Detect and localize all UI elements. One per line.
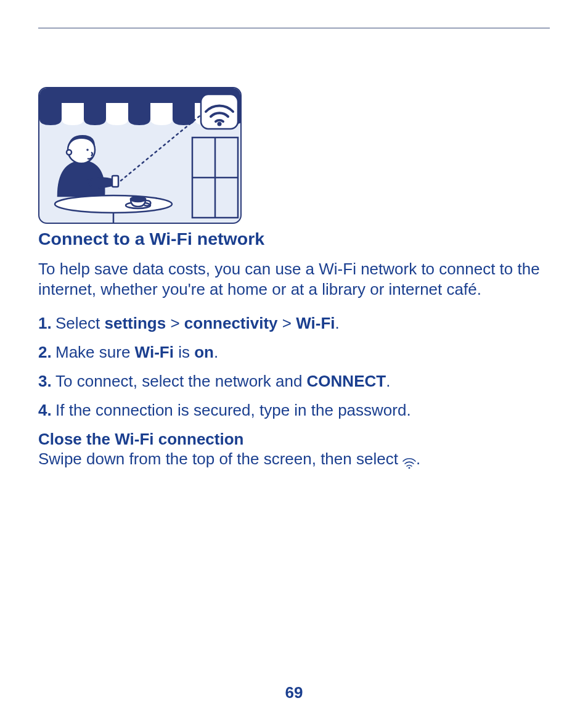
svg-rect-10 <box>112 176 118 187</box>
sub-heading: Close the Wi-Fi connection <box>38 430 550 449</box>
step-4: 4. If the connection is secured, type in… <box>38 401 550 420</box>
top-divider <box>38 28 550 28</box>
svg-point-8 <box>67 150 71 155</box>
step-3: 3. To connect, select the network and CO… <box>38 372 550 391</box>
step-text: If the connection is secured, type in th… <box>55 401 411 420</box>
svg-point-5 <box>218 122 222 126</box>
svg-line-6 <box>121 116 200 181</box>
svg-point-11 <box>55 195 172 213</box>
step-2: 2. Make sure Wi-Fi is on. <box>38 343 550 362</box>
steps-list: 1. Select settings > connectivity > Wi-F… <box>38 314 550 420</box>
step-text: Make sure Wi-Fi is on. <box>55 343 218 362</box>
svg-point-9 <box>86 149 89 151</box>
step-number: 1. <box>38 314 55 333</box>
step-text: Select settings > connectivity > Wi-Fi. <box>55 314 340 333</box>
svg-point-14 <box>131 197 145 202</box>
step-number: 3. <box>38 372 55 391</box>
wifi-icon <box>201 94 238 129</box>
section-heading: Connect to a Wi-Fi network <box>38 229 550 249</box>
step-1: 1. Select settings > connectivity > Wi-F… <box>38 314 550 333</box>
cafe-wifi-illustration <box>38 87 242 224</box>
page-number: 69 <box>0 683 588 702</box>
wifi-status-icon <box>402 453 416 464</box>
intro-paragraph: To help save data costs, you can use a W… <box>38 259 550 300</box>
step-text: To connect, select the network and CONNE… <box>55 372 390 391</box>
step-number: 2. <box>38 343 55 362</box>
step-number: 4. <box>38 401 55 420</box>
svg-point-15 <box>409 467 410 468</box>
closing-instruction: Swipe down from the top of the screen, t… <box>38 449 550 469</box>
